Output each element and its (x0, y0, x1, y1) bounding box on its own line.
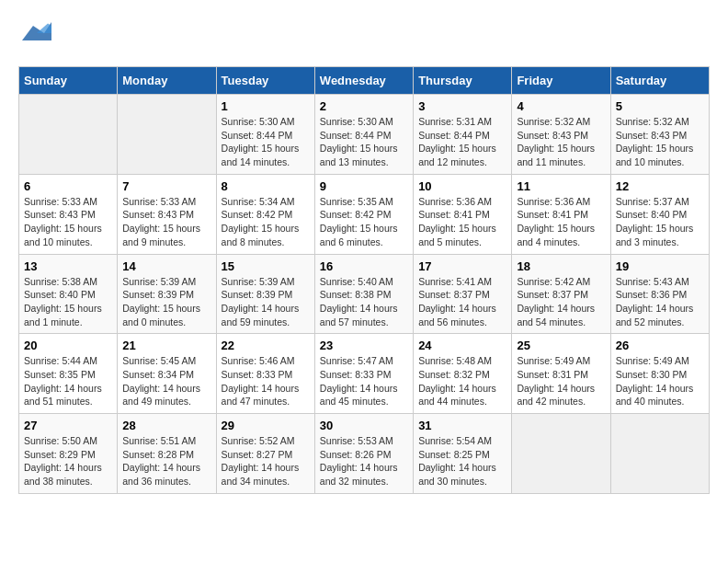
day-number: 8 (222, 179, 310, 193)
calendar-cell: 4 Sunrise: 5:32 AM Sunset: 8:43 PM Dayli… (512, 95, 610, 175)
calendar-cell: 3 Sunrise: 5:31 AM Sunset: 8:44 PM Dayli… (414, 95, 512, 175)
day-header-monday: Monday (118, 67, 216, 95)
day-number: 20 (24, 339, 112, 352)
week-row-4: 20 Sunrise: 5:44 AM Sunset: 8:35 PM Dayl… (19, 334, 710, 414)
day-info: Sunrise: 5:36 AM Sunset: 8:41 PM Dayligh… (517, 195, 605, 249)
day-number: 24 (418, 339, 506, 352)
day-info: Sunrise: 5:30 AM Sunset: 8:44 PM Dayligh… (222, 115, 310, 169)
calendar-cell: 6 Sunrise: 5:33 AM Sunset: 8:43 PM Dayli… (19, 174, 118, 254)
calendar-cell: 31 Sunrise: 5:54 AM Sunset: 8:25 PM Dayl… (414, 414, 512, 494)
day-info: Sunrise: 5:43 AM Sunset: 8:36 PM Dayligh… (616, 275, 704, 329)
calendar-cell: 11 Sunrise: 5:36 AM Sunset: 8:41 PM Dayl… (512, 174, 610, 254)
calendar-cell (512, 414, 610, 494)
day-number: 26 (616, 339, 704, 352)
calendar-cell: 28 Sunrise: 5:51 AM Sunset: 8:28 PM Dayl… (118, 414, 216, 494)
day-info: Sunrise: 5:33 AM Sunset: 8:43 PM Dayligh… (122, 195, 210, 249)
day-info: Sunrise: 5:31 AM Sunset: 8:44 PM Dayligh… (418, 115, 506, 169)
day-info: Sunrise: 5:49 AM Sunset: 8:31 PM Dayligh… (517, 354, 605, 408)
day-number: 9 (320, 179, 408, 193)
day-info: Sunrise: 5:39 AM Sunset: 8:39 PM Dayligh… (222, 275, 310, 329)
day-info: Sunrise: 5:41 AM Sunset: 8:37 PM Dayligh… (418, 275, 506, 329)
calendar-cell: 19 Sunrise: 5:43 AM Sunset: 8:36 PM Dayl… (610, 254, 709, 334)
day-info: Sunrise: 5:42 AM Sunset: 8:37 PM Dayligh… (517, 275, 605, 329)
day-number: 16 (320, 259, 408, 273)
day-info: Sunrise: 5:32 AM Sunset: 8:43 PM Dayligh… (616, 115, 704, 169)
calendar-cell: 15 Sunrise: 5:39 AM Sunset: 8:39 PM Dayl… (216, 254, 314, 334)
day-number: 17 (418, 259, 506, 273)
calendar-cell: 23 Sunrise: 5:47 AM Sunset: 8:33 PM Dayl… (314, 334, 413, 414)
day-info: Sunrise: 5:36 AM Sunset: 8:41 PM Dayligh… (418, 195, 506, 249)
calendar-cell: 8 Sunrise: 5:34 AM Sunset: 8:42 PM Dayli… (216, 174, 314, 254)
calendar-cell: 22 Sunrise: 5:46 AM Sunset: 8:33 PM Dayl… (216, 334, 314, 414)
day-number: 22 (222, 339, 310, 352)
calendar-table: SundayMondayTuesdayWednesdayThursdayFrid… (18, 66, 710, 494)
day-number: 25 (517, 339, 605, 352)
calendar-cell: 7 Sunrise: 5:33 AM Sunset: 8:43 PM Dayli… (118, 174, 216, 254)
day-info: Sunrise: 5:47 AM Sunset: 8:33 PM Dayligh… (320, 354, 408, 408)
day-info: Sunrise: 5:35 AM Sunset: 8:42 PM Dayligh… (320, 195, 408, 249)
day-header-tuesday: Tuesday (216, 67, 314, 95)
calendar-cell: 13 Sunrise: 5:38 AM Sunset: 8:40 PM Dayl… (19, 254, 118, 334)
day-number: 19 (616, 259, 704, 273)
day-info: Sunrise: 5:48 AM Sunset: 8:32 PM Dayligh… (418, 354, 506, 408)
page-header (18, 18, 710, 52)
calendar-cell: 30 Sunrise: 5:53 AM Sunset: 8:26 PM Dayl… (314, 414, 413, 494)
day-number: 15 (222, 259, 310, 273)
day-info: Sunrise: 5:39 AM Sunset: 8:39 PM Dayligh… (122, 275, 210, 329)
calendar-cell: 18 Sunrise: 5:42 AM Sunset: 8:37 PM Dayl… (512, 254, 610, 334)
svg-marker-1 (37, 24, 51, 33)
calendar-cell: 5 Sunrise: 5:32 AM Sunset: 8:43 PM Dayli… (610, 95, 709, 175)
calendar-cell: 12 Sunrise: 5:37 AM Sunset: 8:40 PM Dayl… (610, 174, 709, 254)
calendar-cell: 24 Sunrise: 5:48 AM Sunset: 8:32 PM Dayl… (414, 334, 512, 414)
calendar-cell: 21 Sunrise: 5:45 AM Sunset: 8:34 PM Dayl… (118, 334, 216, 414)
week-row-5: 27 Sunrise: 5:50 AM Sunset: 8:29 PM Dayl… (19, 414, 710, 494)
day-number: 30 (320, 419, 408, 432)
week-row-2: 6 Sunrise: 5:33 AM Sunset: 8:43 PM Dayli… (19, 174, 710, 254)
day-number: 27 (24, 419, 112, 432)
day-info: Sunrise: 5:51 AM Sunset: 8:28 PM Dayligh… (122, 434, 210, 488)
calendar-cell: 26 Sunrise: 5:49 AM Sunset: 8:30 PM Dayl… (610, 334, 709, 414)
day-info: Sunrise: 5:44 AM Sunset: 8:35 PM Dayligh… (24, 354, 112, 408)
calendar-cell: 1 Sunrise: 5:30 AM Sunset: 8:44 PM Dayli… (216, 95, 314, 175)
day-info: Sunrise: 5:50 AM Sunset: 8:29 PM Dayligh… (24, 434, 112, 488)
day-info: Sunrise: 5:37 AM Sunset: 8:40 PM Dayligh… (616, 195, 704, 249)
day-info: Sunrise: 5:49 AM Sunset: 8:30 PM Dayligh… (616, 354, 704, 408)
calendar-cell: 14 Sunrise: 5:39 AM Sunset: 8:39 PM Dayl… (118, 254, 216, 334)
day-number: 10 (418, 179, 506, 193)
day-number: 7 (122, 179, 210, 193)
day-info: Sunrise: 5:45 AM Sunset: 8:34 PM Dayligh… (122, 354, 210, 408)
day-info: Sunrise: 5:33 AM Sunset: 8:43 PM Dayligh… (24, 195, 112, 249)
calendar-cell: 16 Sunrise: 5:40 AM Sunset: 8:38 PM Dayl… (314, 254, 413, 334)
header-row: SundayMondayTuesdayWednesdayThursdayFrid… (19, 67, 710, 95)
day-info: Sunrise: 5:34 AM Sunset: 8:42 PM Dayligh… (222, 195, 310, 249)
day-number: 31 (418, 419, 506, 432)
calendar-cell: 27 Sunrise: 5:50 AM Sunset: 8:29 PM Dayl… (19, 414, 118, 494)
day-info: Sunrise: 5:53 AM Sunset: 8:26 PM Dayligh… (320, 434, 408, 488)
calendar-cell (19, 95, 118, 175)
logo-icon (22, 18, 51, 48)
calendar-cell: 2 Sunrise: 5:30 AM Sunset: 8:44 PM Dayli… (314, 95, 413, 175)
day-info: Sunrise: 5:30 AM Sunset: 8:44 PM Dayligh… (320, 115, 408, 169)
day-header-saturday: Saturday (610, 67, 709, 95)
day-number: 18 (517, 259, 605, 273)
day-info: Sunrise: 5:32 AM Sunset: 8:43 PM Dayligh… (517, 115, 605, 169)
day-number: 6 (24, 179, 112, 193)
calendar-cell: 29 Sunrise: 5:52 AM Sunset: 8:27 PM Dayl… (216, 414, 314, 494)
day-header-wednesday: Wednesday (314, 67, 413, 95)
day-number: 4 (517, 99, 605, 113)
calendar-cell: 9 Sunrise: 5:35 AM Sunset: 8:42 PM Dayli… (314, 174, 413, 254)
day-number: 28 (122, 419, 210, 432)
logo (18, 18, 51, 52)
day-number: 3 (418, 99, 506, 113)
day-number: 29 (222, 419, 310, 432)
day-number: 13 (24, 259, 112, 273)
day-info: Sunrise: 5:40 AM Sunset: 8:38 PM Dayligh… (320, 275, 408, 329)
day-number: 12 (616, 179, 704, 193)
day-header-friday: Friday (512, 67, 610, 95)
day-number: 11 (517, 179, 605, 193)
calendar-cell: 10 Sunrise: 5:36 AM Sunset: 8:41 PM Dayl… (414, 174, 512, 254)
calendar-cell (610, 414, 709, 494)
day-info: Sunrise: 5:46 AM Sunset: 8:33 PM Dayligh… (222, 354, 310, 408)
day-header-thursday: Thursday (414, 67, 512, 95)
day-header-sunday: Sunday (19, 67, 118, 95)
